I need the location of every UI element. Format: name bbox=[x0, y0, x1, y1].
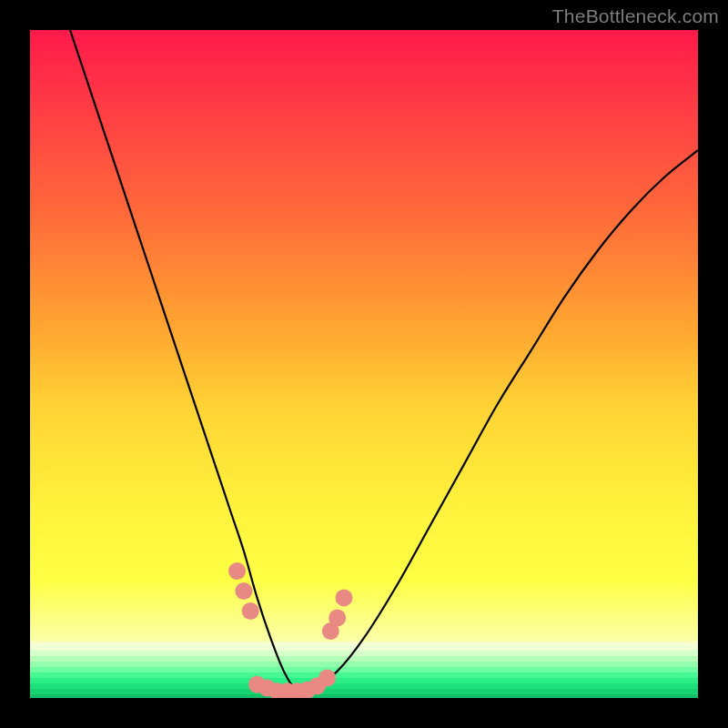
valley-marker-dot bbox=[329, 609, 346, 626]
valley-marker-dot bbox=[242, 602, 259, 620]
curve-line bbox=[70, 30, 698, 693]
valley-marker-dot bbox=[335, 589, 352, 606]
plot-area bbox=[30, 30, 698, 698]
chart-frame: TheBottleneck.com bbox=[0, 0, 728, 728]
watermark-text: TheBottleneck.com bbox=[552, 5, 719, 27]
valley-marker-dot bbox=[318, 669, 336, 686]
bottleneck-curve bbox=[30, 30, 698, 698]
valley-marker-dot bbox=[235, 582, 252, 600]
valley-markers bbox=[228, 562, 352, 698]
valley-marker-dot bbox=[228, 562, 246, 580]
